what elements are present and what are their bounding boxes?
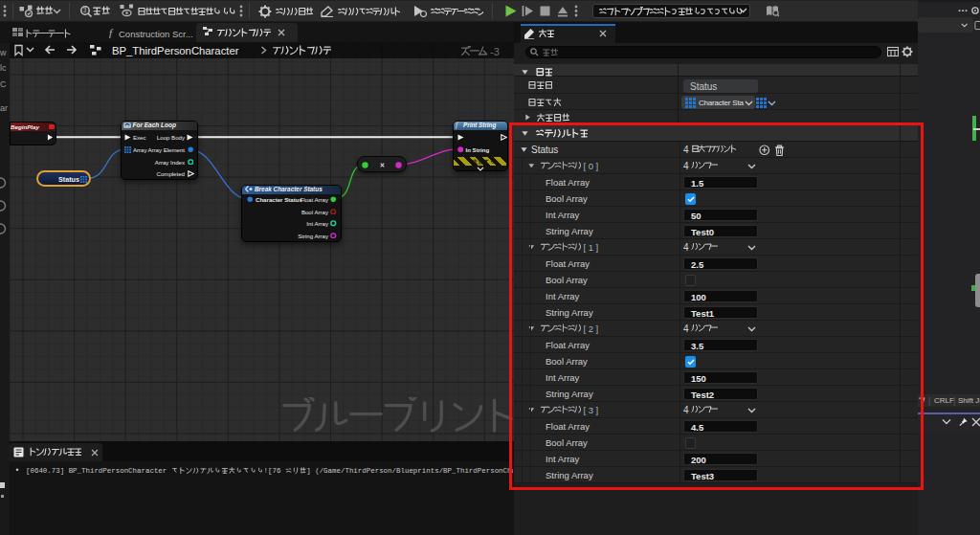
svg-text:3: 3 [83, 7, 87, 13]
